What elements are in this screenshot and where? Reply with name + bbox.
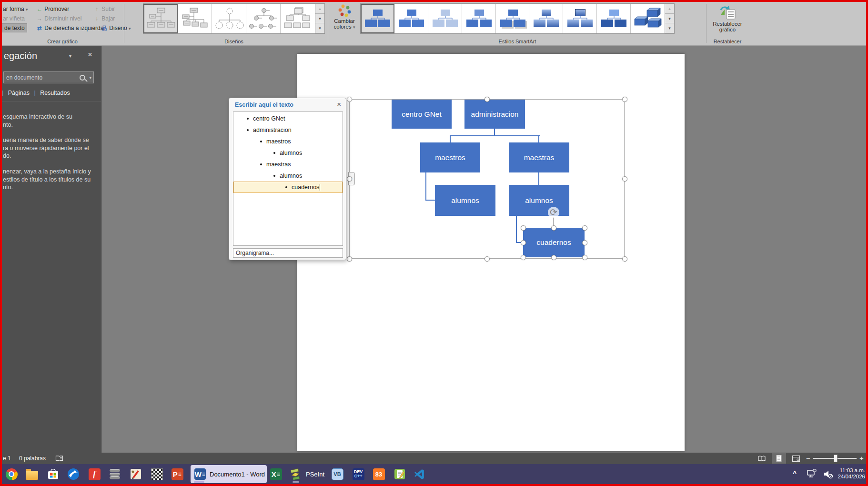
style-thumb-3[interactable] — [428, 4, 462, 33]
selection-handle[interactable] — [347, 97, 352, 102]
navigation-search-box[interactable]: ▾ — [3, 71, 94, 83]
style-thumb-5[interactable] — [496, 4, 530, 33]
word-taskbar-button-active[interactable]: W≣ Documento1 - Word — [191, 465, 267, 483]
rotate-handle-icon[interactable]: ⟳ — [548, 207, 559, 218]
pseint-label[interactable]: PSeInt — [306, 471, 324, 478]
style-thumb-9[interactable] — [631, 4, 665, 33]
selection-handle[interactable] — [622, 97, 627, 102]
layout-thumb-5[interactable] — [281, 4, 315, 33]
style-thumb-1[interactable] — [361, 4, 394, 33]
blue-globe-app-icon[interactable] — [67, 467, 80, 481]
zoom-out-button[interactable]: − — [806, 453, 810, 464]
reset-graphic-button[interactable]: Restablecer gráfico — [711, 4, 744, 32]
selection-handle[interactable] — [551, 255, 556, 260]
vb-icon[interactable]: VB — [331, 467, 344, 481]
promote-button[interactable]: ← Promover — [36, 5, 69, 14]
volume-muted-icon[interactable] — [821, 467, 835, 481]
change-colors-button[interactable]: Cambiar colores ▾ — [331, 4, 358, 30]
text-pane-outline-list[interactable]: centro GNet administracion maestros alum… — [233, 111, 343, 246]
gallery-more-button[interactable]: ▾ — [315, 23, 324, 33]
selection-handle[interactable] — [551, 225, 556, 231]
print-layout-view-button[interactable] — [772, 453, 786, 464]
selection-handle[interactable] — [582, 255, 587, 260]
red-f-app-icon[interactable]: f — [88, 467, 101, 481]
vscode-icon[interactable] — [413, 467, 426, 481]
selection-handle[interactable] — [521, 255, 526, 260]
search-icon[interactable] — [80, 75, 85, 81]
search-input[interactable] — [4, 74, 80, 81]
close-pane-icon[interactable]: × — [88, 50, 92, 60]
selection-handle[interactable] — [622, 256, 627, 262]
gallery-scroll-up-button[interactable]: ▴ — [315, 4, 324, 14]
right-to-left-button[interactable]: ⇄ De derecha a izquierda — [36, 24, 103, 33]
excel-icon[interactable]: X≣ — [269, 467, 283, 481]
org-node-cuadernos-selected[interactable]: cuadernos — [523, 228, 585, 257]
chrome-icon[interactable] — [5, 467, 18, 481]
style-thumb-7[interactable] — [563, 4, 597, 33]
org-node-centro-gnet[interactable]: centro GNet — [392, 100, 452, 129]
style-thumb-8[interactable] — [597, 4, 631, 33]
outline-item-selected[interactable]: cuadernos — [233, 182, 343, 193]
devcpp-icon[interactable]: DEVC++ — [352, 467, 365, 481]
move-down-button[interactable]: ↓ Bajar — [93, 14, 115, 23]
zoom-in-button[interactable]: + — [859, 453, 864, 464]
page-indicator[interactable]: e 1 — [3, 453, 11, 464]
pane-options-caret-icon[interactable]: ▾ — [69, 53, 71, 59]
outline-item[interactable]: alumnos — [233, 147, 343, 159]
gallery-scroll-up-button[interactable]: ▴ — [665, 4, 674, 14]
org-node-alumnos-right[interactable]: alumnos — [509, 185, 569, 216]
tab-resultados[interactable]: Resultados — [40, 90, 70, 96]
layout-thumb-4[interactable] — [246, 4, 281, 33]
tray-chevron-up-icon[interactable]: ^ — [793, 470, 797, 477]
selection-handle[interactable] — [347, 256, 352, 262]
gallery-scroll-down-button[interactable]: ▾ — [665, 14, 674, 24]
paint-app-icon[interactable] — [129, 467, 142, 481]
notepadpp-icon[interactable] — [393, 467, 406, 481]
web-layout-view-button[interactable] — [789, 453, 803, 464]
layout-organizer-button[interactable]: 品 Diseño ▾ — [101, 24, 131, 33]
layout-thumb-3[interactable] — [212, 4, 246, 33]
layout-thumb-2[interactable] — [178, 4, 212, 33]
selection-handle[interactable] — [484, 256, 490, 262]
ms-store-icon[interactable] — [46, 467, 60, 481]
zoom-slider-thumb[interactable] — [834, 455, 838, 462]
outline-item[interactable]: maestras — [233, 159, 343, 170]
powerpoint-icon[interactable]: P≣ — [171, 467, 184, 481]
selection-handle[interactable] — [347, 176, 352, 182]
org-node-administracion[interactable]: administracion — [464, 100, 525, 129]
add-bullet-button[interactable]: ar viñeta — [3, 14, 25, 23]
selection-handle[interactable] — [521, 225, 526, 231]
add-shape-button[interactable]: ar forma ▾ — [3, 5, 28, 14]
move-up-button[interactable]: ↑ Subir — [93, 5, 115, 14]
network-status-icon[interactable] — [805, 467, 818, 481]
outline-item[interactable]: alumnos — [233, 170, 343, 182]
selection-handle[interactable] — [582, 240, 587, 245]
pseint-icon[interactable] — [289, 467, 302, 481]
gallery-scroll-down-button[interactable]: ▾ — [315, 14, 324, 24]
text-pane-close-icon[interactable]: × — [337, 100, 341, 108]
style-thumb-6[interactable] — [529, 4, 563, 33]
search-caret-icon[interactable]: ▾ — [89, 75, 91, 80]
org-node-maestras[interactable]: maestras — [509, 142, 569, 172]
text-pane-toggle-button[interactable]: de texto — [2, 23, 27, 32]
gallery-more-button[interactable]: ▾ — [665, 23, 674, 33]
xampp-icon[interactable]: 83 — [372, 467, 385, 481]
demote-button[interactable]: → Disminuir nivel — [36, 14, 81, 23]
mosaic-app-icon[interactable] — [150, 467, 163, 481]
selection-handle[interactable] — [622, 176, 627, 182]
file-explorer-icon[interactable] — [25, 467, 39, 481]
word-count[interactable]: 0 palabras — [19, 453, 46, 464]
layout-thumb-1[interactable] — [143, 4, 178, 33]
selection-handle[interactable] — [521, 240, 526, 245]
style-thumb-4[interactable] — [462, 4, 496, 33]
tab-paginas[interactable]: Páginas — [8, 90, 30, 96]
org-node-maestros[interactable]: maestros — [420, 142, 480, 172]
taskbar-clock[interactable]: 11:03 a.m. 24/04/2026 — [837, 467, 865, 480]
outline-item[interactable]: centro GNet — [233, 113, 343, 124]
org-node-alumnos-left[interactable]: alumnos — [435, 185, 495, 216]
selection-handle[interactable] — [484, 97, 490, 102]
outline-item[interactable]: maestros — [233, 136, 343, 147]
selection-handle[interactable] — [582, 225, 587, 231]
database-app-icon[interactable] — [108, 467, 121, 481]
read-mode-view-button[interactable] — [755, 453, 769, 464]
